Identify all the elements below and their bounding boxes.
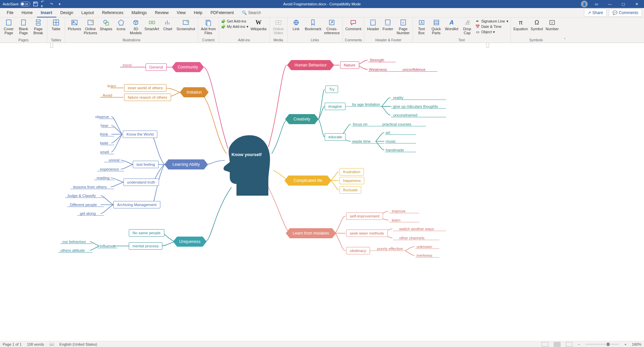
- svg-rect-17: [153, 21, 155, 24]
- leaf-inertness: inertness: [417, 253, 432, 257]
- wikipedia-button[interactable]: WWikipedia: [250, 18, 267, 31]
- header-button[interactable]: Header: [366, 18, 380, 31]
- svg-rect-16: [149, 21, 151, 24]
- tab-references[interactable]: References: [98, 8, 127, 17]
- tab-mailings[interactable]: Mailings: [127, 8, 151, 17]
- smartart-button[interactable]: SmartArt: [144, 18, 160, 31]
- share-button[interactable]: ↗Share: [584, 9, 607, 17]
- node-human: Human Behaviour: [287, 60, 334, 70]
- comments-button[interactable]: 💬Comments: [609, 9, 642, 17]
- group-pages: Cover Page Blank Page Page Break Pages: [0, 17, 47, 43]
- leaf-lm-learn: learn: [392, 218, 400, 222]
- mindmap-connectors: [13, 43, 631, 341]
- document-area[interactable]: Know yourself Community .hex[data-name="…: [0, 43, 644, 341]
- text-box-button[interactable]: AText Box: [415, 18, 428, 35]
- cross-reference-button[interactable]: Cross- reference: [323, 18, 340, 35]
- user-avatar[interactable]: 👤: [581, 1, 588, 7]
- status-bar: Page 1 of 1 108 words 📖 English (United …: [0, 341, 644, 347]
- zoom-slider[interactable]: [585, 344, 619, 345]
- drop-cap-button[interactable]: ADrop Cap: [461, 18, 474, 35]
- ribbon-display-icon[interactable]: ▭: [592, 0, 601, 8]
- collapse-ribbon-button[interactable]: ˄: [561, 17, 568, 43]
- tab-home[interactable]: Home: [17, 8, 37, 17]
- svg-rect-5: [36, 23, 40, 25]
- table-button[interactable]: Table: [49, 18, 63, 31]
- leaf-giveup: give up ridiculars thoughts: [393, 104, 438, 108]
- leaf-lessons: lessons from others: [73, 185, 107, 189]
- quick-parts-button[interactable]: Quick Parts: [430, 18, 443, 35]
- leaf-others-attitude: others attitude: [60, 248, 85, 252]
- node-obstinacy: obstinacy: [346, 247, 370, 254]
- date-time-button[interactable]: 📅Date & Time: [475, 24, 508, 29]
- footer-button[interactable]: Footer: [381, 18, 394, 31]
- zoom-out-button[interactable]: −: [578, 342, 580, 346]
- comment-button[interactable]: Comment: [345, 18, 362, 31]
- tab-insert[interactable]: Insert: [37, 8, 56, 17]
- maximize-icon[interactable]: ▢: [619, 0, 628, 8]
- online-pictures-button[interactable]: Online Pictures: [83, 18, 98, 35]
- leaf-influence: influence: [100, 244, 115, 248]
- view-print-layout[interactable]: [554, 342, 560, 347]
- tell-me-search[interactable]: 🔍 Search: [242, 10, 261, 15]
- chart-button[interactable]: Chart: [161, 18, 174, 31]
- status-page[interactable]: Page 1 of 1: [3, 342, 21, 346]
- leaf-art: art: [386, 131, 390, 135]
- tab-view[interactable]: View: [173, 8, 190, 17]
- tab-pdfelement[interactable]: PDFelement: [206, 8, 237, 17]
- node-imitation: Imitation: [180, 87, 209, 97]
- tab-file[interactable]: File: [3, 8, 17, 17]
- tab-help[interactable]: Help: [190, 8, 207, 17]
- leaf-unknown: unknown: [417, 245, 432, 249]
- spellcheck-icon[interactable]: 📖: [49, 342, 54, 346]
- wordart-button[interactable]: AWordArt: [444, 18, 459, 31]
- blank-page-button[interactable]: Blank Page: [17, 18, 30, 35]
- view-read-mode[interactable]: [542, 342, 548, 347]
- close-icon[interactable]: ✕: [632, 0, 641, 8]
- leaf-poorly: poorly effective: [377, 247, 403, 251]
- cover-page-button[interactable]: Cover Page: [2, 18, 15, 35]
- page-number-button[interactable]: #Page Number: [396, 18, 410, 35]
- autosave-toggle[interactable]: AutoSave Off: [3, 2, 30, 6]
- number-button[interactable]: #Number: [545, 18, 559, 31]
- leaf-reality: reality: [393, 96, 404, 100]
- leaf-practical: practical courses: [382, 122, 411, 126]
- get-addins-button[interactable]: 🧩Get Add-ins: [221, 19, 249, 23]
- screenshot-button[interactable]: +Screenshot: [176, 18, 196, 31]
- zoom-level[interactable]: 160%: [632, 342, 641, 346]
- icons-button[interactable]: Icons: [114, 18, 128, 31]
- node-seek: seek wiser methods: [346, 230, 388, 237]
- link-button[interactable]: Link: [289, 18, 303, 31]
- zoom-in-button[interactable]: +: [624, 342, 626, 346]
- minimize-icon[interactable]: —: [605, 0, 614, 8]
- leaf-handmade: handmade: [386, 148, 404, 152]
- add-from-files-button[interactable]: Add from Files: [200, 18, 217, 35]
- my-addins-button[interactable]: 🧩My Add-ins ▾: [221, 24, 249, 29]
- page-break-button[interactable]: Page Break: [32, 18, 45, 35]
- status-language[interactable]: English (United States): [59, 342, 97, 346]
- bookmark-button[interactable]: Bookmark: [304, 18, 322, 31]
- leaf-getalong: get along: [80, 211, 96, 215]
- leaf-experience: experience: [100, 167, 119, 171]
- node-uniqueness: Uniqueness: [173, 237, 207, 247]
- object-button[interactable]: ▭Object ▾: [475, 30, 508, 34]
- equation-button[interactable]: πEquation: [513, 18, 529, 31]
- undo-icon[interactable]: ↶ ▾: [41, 1, 46, 7]
- tab-design[interactable]: Design: [56, 8, 77, 17]
- leaf-weakness: Weakness: [369, 67, 387, 71]
- redo-icon[interactable]: ↷: [49, 1, 54, 7]
- node-know-world: Know the World: [123, 131, 157, 138]
- tab-review[interactable]: Review: [151, 8, 173, 17]
- leaf-unconfidence: unconfidence: [402, 67, 425, 71]
- view-web-layout[interactable]: [566, 342, 573, 347]
- tab-layout[interactable]: Layout: [77, 8, 98, 17]
- qat-customize-icon[interactable]: ▾: [57, 1, 62, 7]
- status-words[interactable]: 108 words: [27, 342, 44, 346]
- save-icon[interactable]: [33, 1, 38, 7]
- 3d-models-button[interactable]: 3D Models: [129, 18, 143, 35]
- symbol-button[interactable]: ΩSymbol: [530, 18, 544, 31]
- node-selfimp: self-improvement: [346, 212, 383, 220]
- pictures-button[interactable]: Pictures: [67, 18, 82, 31]
- shapes-button[interactable]: Shapes: [99, 18, 113, 31]
- online-video-button[interactable]: Online Video: [272, 18, 285, 35]
- signature-line-button[interactable]: ✒Signature Line ▾: [475, 19, 508, 23]
